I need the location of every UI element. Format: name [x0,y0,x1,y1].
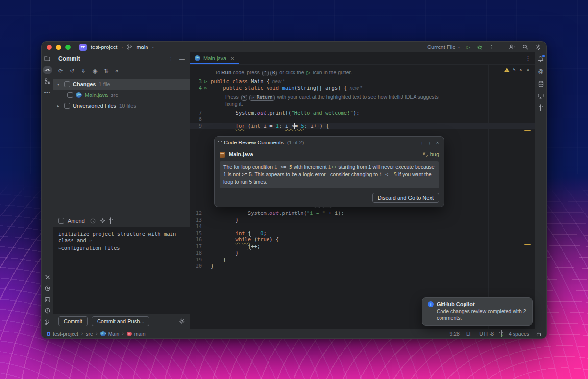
gutter[interactable]: 18 [190,250,211,257]
hint-line[interactable]: Press ⌥↵ Return with your caret at the h… [190,95,535,101]
hide-panel-button[interactable]: — [179,56,185,62]
gutter[interactable]: 16 [190,237,211,243]
breadcrumb[interactable]: src [86,331,93,337]
code-line[interactable]: 17 j++; [190,243,535,250]
run-gutter-icon[interactable]: ▷ [202,78,210,85]
changed-file-row[interactable]: Main.java src [53,90,190,100]
debug-button[interactable] [477,44,483,50]
branch-selector[interactable]: main [136,44,148,50]
gutter[interactable]: 20 [190,263,211,270]
minimize-window-button[interactable] [56,45,61,50]
close-tab-icon[interactable]: ✕ [230,56,234,61]
scrollbar-warning-mark[interactable] [524,118,531,118]
file-encoding[interactable]: UTF-8 [479,331,494,337]
changes-checkbox[interactable] [64,81,70,87]
code-line[interactable]: 19 } [190,257,535,263]
copilot-notification[interactable]: i GitHub Copilot Code changes review com… [422,297,533,326]
database-tool-icon[interactable] [538,81,544,87]
editor-body[interactable]: 5 ∧ ∨ To Run code, press ^R or click the… [190,65,535,329]
rollback-icon[interactable]: ↺ [70,68,74,74]
code-line[interactable]: 3▷public class Main { new * [190,78,535,85]
discard-and-next-button[interactable]: Discard and Go to Next [372,193,439,203]
run-gutter-icon[interactable]: ▷ [202,85,210,92]
commit-message-editor[interactable]: initialize project structure with main c… [53,227,190,314]
code-line[interactable]: 20} [190,263,535,270]
commit-tool-icon[interactable] [43,66,52,74]
cursor-position[interactable]: 9:28 [450,331,460,337]
search-icon[interactable] [522,44,528,50]
hint-line[interactable]: To Run code, press ^R or click the ▷ ico… [190,70,535,76]
code-line[interactable]: 4▷ public static void main(String[] args… [190,85,535,92]
gutter[interactable]: 7 [190,110,211,117]
project-tool-icon[interactable] [44,56,50,62]
problems-tool-icon[interactable] [45,308,50,314]
commit-panel-options-button[interactable]: ⋮ [168,56,173,62]
expand-all-icon[interactable]: ⇅ [104,68,109,74]
gutter[interactable]: 15 [190,230,211,237]
hint-line[interactable]: fixing it. [190,101,535,108]
changes-group-row[interactable]: ▾ Changes 1 file [53,79,190,90]
indent-setting[interactable]: 4 spaces [509,331,529,337]
close-popup-icon[interactable]: × [436,140,439,146]
breadcrumb[interactable]: m main [127,331,146,337]
file-checkbox[interactable] [67,92,73,98]
unversioned-group-row[interactable]: ▸ Unversioned Files 10 files [53,100,190,111]
structure-tool-icon[interactable] [45,78,50,84]
tab-bar-options-button[interactable]: ⋮ [525,55,531,62]
gutter[interactable]: 4▷ [190,85,211,92]
previous-comment-icon[interactable]: ↑ [421,140,424,146]
preview-diff-icon[interactable]: ◉ [92,68,97,74]
copilot-status-icon[interactable]: ✔ [501,331,502,337]
version-control-tool-icon[interactable] [45,319,50,325]
breadcrumb[interactable]: Main [100,331,120,337]
line-separator[interactable]: LF [466,331,472,337]
gutter[interactable]: 17 [190,243,211,250]
commit-history-icon[interactable] [90,218,96,224]
unlock-icon[interactable] [536,331,541,337]
github-copilot-tool-icon[interactable] [540,105,541,111]
commit-and-push-button[interactable]: Commit and Push... [92,316,150,326]
ai-commit-message-icon[interactable] [100,218,106,224]
zoom-window-button[interactable] [65,45,71,50]
code-line[interactable]: 18 } [190,250,535,257]
unversioned-checkbox[interactable] [64,103,70,109]
project-selector[interactable]: test-project [91,44,117,50]
gutter[interactable]: 9 [190,123,211,130]
next-comment-icon[interactable]: ↓ [428,140,431,146]
services-tool-icon[interactable] [45,285,50,291]
collapse-all-icon[interactable]: × [115,68,119,74]
code-with-me-icon[interactable] [509,44,515,50]
gutter[interactable]: 14 [190,223,211,230]
chevron-expanded-icon[interactable]: ▾ [57,82,61,87]
run-config-selector[interactable]: Current File▾ [427,44,460,50]
ai-assistant-icon[interactable]: @ [538,68,544,75]
refresh-icon[interactable]: ⟳ [58,68,63,74]
code-line[interactable]: 9 for (int i = 1; i >= 5; i++) { [190,123,535,130]
code-line[interactable]: 15 int j = 0; [190,230,535,237]
gutter[interactable]: 3▷ [190,78,211,85]
running-devices-icon[interactable] [538,93,544,99]
code-line[interactable]: 7 System.out.printf("Hello and welcome!"… [190,110,535,117]
commit-options-gear-icon[interactable] [179,318,185,324]
commit-button[interactable]: Commit [58,316,88,326]
gutter[interactable]: 19 [190,257,211,263]
scrollbar-warning-mark[interactable] [524,244,531,245]
notifications-bell-icon[interactable] [538,56,544,62]
code-line[interactable]: 12 System.out.println("i = " + i); [190,210,535,217]
run-button[interactable]: ▷ [466,44,470,50]
shelve-icon[interactable]: ⇩ [81,68,86,74]
chevron-collapsed-icon[interactable]: ▸ [57,104,61,108]
code-line[interactable]: 8 [190,116,535,123]
amend-checkbox[interactable] [58,218,64,224]
gutter[interactable]: 8 [190,116,211,123]
settings-gear-icon[interactable] [535,44,541,50]
scrollbar-warning-mark[interactable] [524,130,531,131]
copilot-commit-icon[interactable] [110,218,111,224]
gutter[interactable]: 13 [190,217,211,224]
terminal-tool-icon[interactable] [45,297,50,303]
code-line[interactable]: 16 while (true) { [190,237,535,243]
breadcrumb[interactable]: test-project [47,331,78,337]
code-line[interactable]: 13 } [190,217,535,224]
more-actions-button[interactable]: ⋮ [489,44,494,50]
close-window-button[interactable] [47,45,52,50]
